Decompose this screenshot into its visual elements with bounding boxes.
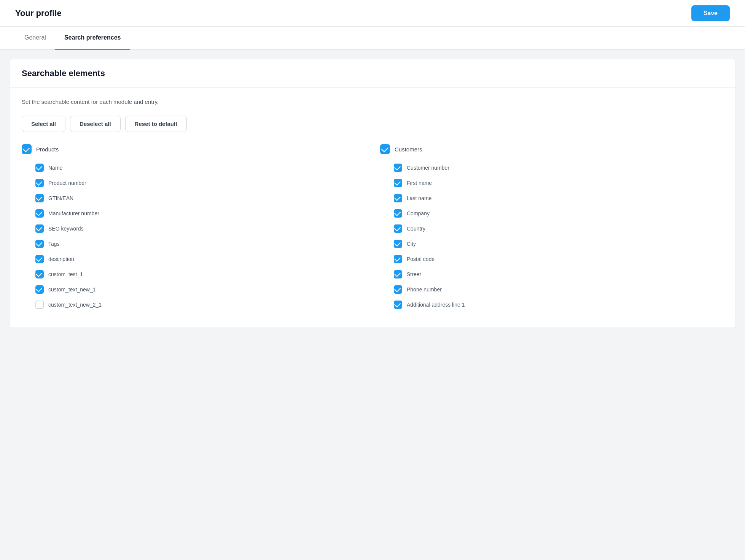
- section-label-products: Products: [36, 146, 59, 153]
- tabs-bar: General Search preferences: [0, 27, 745, 50]
- item-label-custom-test-1: custom_test_1: [48, 271, 83, 277]
- item-label-custom-text-new-2-1: custom_text_new_2_1: [48, 302, 102, 308]
- header: Your profile Save: [0, 0, 745, 27]
- item-row-country: Country: [394, 221, 723, 236]
- item-label-description: description: [48, 256, 74, 262]
- section-checkbox-customers[interactable]: [380, 144, 390, 154]
- item-checkbox-manufacturer-number[interactable]: [35, 209, 44, 218]
- item-row-custom-text-new-1: custom_text_new_1: [35, 282, 365, 297]
- item-label-tags: Tags: [48, 241, 60, 247]
- card-description: Set the searchable content for each modu…: [22, 99, 723, 105]
- save-button[interactable]: Save: [691, 5, 730, 21]
- item-label-last-name: Last name: [407, 195, 431, 201]
- item-checkbox-street[interactable]: [394, 270, 402, 278]
- item-checkbox-last-name[interactable]: [394, 194, 402, 202]
- select-all-button[interactable]: Select all: [22, 116, 65, 132]
- item-row-description: description: [35, 251, 365, 267]
- card-body: Set the searchable content for each modu…: [10, 88, 735, 328]
- item-checkbox-city[interactable]: [394, 240, 402, 248]
- item-label-company: Company: [407, 210, 430, 216]
- main-content: Searchable elements Set the searchable c…: [0, 59, 745, 343]
- item-checkbox-first-name[interactable]: [394, 179, 402, 187]
- tab-general[interactable]: General: [15, 27, 55, 50]
- item-checkbox-customer-number[interactable]: [394, 164, 402, 172]
- section-checkbox-products[interactable]: [22, 144, 32, 154]
- item-row-gtin-ean: GTIN/EAN: [35, 191, 365, 206]
- item-label-postal-code: Postal code: [407, 256, 435, 262]
- deselect-all-button[interactable]: Deselect all: [70, 116, 121, 132]
- page-title: Your profile: [15, 8, 62, 18]
- item-row-custom-text-new-2-1: custom_text_new_2_1: [35, 297, 365, 312]
- item-row-seo-keywords: SEO keywords: [35, 221, 365, 236]
- item-row-manufacturer-number: Manufacturer number: [35, 206, 365, 221]
- card-title: Searchable elements: [22, 68, 105, 78]
- item-label-manufacturer-number: Manufacturer number: [48, 210, 99, 216]
- item-label-seo-keywords: SEO keywords: [48, 226, 84, 232]
- item-checkbox-company[interactable]: [394, 209, 402, 218]
- action-buttons: Select all Deselect all Reset to default: [22, 116, 723, 132]
- item-label-first-name: First name: [407, 180, 432, 186]
- item-row-custom-test-1: custom_test_1: [35, 267, 365, 282]
- item-row-city: City: [394, 236, 723, 251]
- item-checkbox-postal-code[interactable]: [394, 255, 402, 263]
- item-checkbox-additional-address-line-1[interactable]: [394, 301, 402, 309]
- item-label-gtin-ean: GTIN/EAN: [48, 195, 73, 201]
- item-label-phone-number: Phone number: [407, 286, 442, 293]
- columns-grid: ProductsNameProduct numberGTIN/EANManufa…: [22, 144, 723, 317]
- section-label-customers: Customers: [395, 146, 422, 153]
- item-row-postal-code: Postal code: [394, 251, 723, 267]
- item-row-customer-number: Customer number: [394, 160, 723, 175]
- item-checkbox-gtin-ean[interactable]: [35, 194, 44, 202]
- card-header: Searchable elements: [10, 59, 735, 88]
- item-checkbox-phone-number[interactable]: [394, 285, 402, 294]
- items-list-customers: Customer numberFirst nameLast nameCompan…: [380, 160, 723, 312]
- item-label-street: Street: [407, 271, 421, 277]
- section-header-customers: Customers: [380, 144, 723, 154]
- item-checkbox-tags[interactable]: [35, 240, 44, 248]
- tab-search-preferences[interactable]: Search preferences: [55, 27, 130, 50]
- item-row-last-name: Last name: [394, 191, 723, 206]
- section-customers: CustomersCustomer numberFirst nameLast n…: [380, 144, 723, 312]
- item-row-additional-address-line-1: Additional address line 1: [394, 297, 723, 312]
- item-label-city: City: [407, 241, 416, 247]
- item-row-product-number: Product number: [35, 175, 365, 191]
- item-checkbox-custom-test-1[interactable]: [35, 270, 44, 278]
- reset-to-default-button[interactable]: Reset to default: [125, 116, 187, 132]
- item-label-product-number: Product number: [48, 180, 86, 186]
- section-products: ProductsNameProduct numberGTIN/EANManufa…: [22, 144, 365, 312]
- item-row-name: Name: [35, 160, 365, 175]
- item-checkbox-name[interactable]: [35, 164, 44, 172]
- item-checkbox-description[interactable]: [35, 255, 44, 263]
- item-label-custom-text-new-1: custom_text_new_1: [48, 286, 96, 293]
- item-checkbox-product-number[interactable]: [35, 179, 44, 187]
- item-row-phone-number: Phone number: [394, 282, 723, 297]
- item-label-customer-number: Customer number: [407, 165, 449, 171]
- items-list-products: NameProduct numberGTIN/EANManufacturer n…: [22, 160, 365, 312]
- item-row-tags: Tags: [35, 236, 365, 251]
- item-checkbox-custom-text-new-1[interactable]: [35, 285, 44, 294]
- item-row-company: Company: [394, 206, 723, 221]
- item-row-first-name: First name: [394, 175, 723, 191]
- item-label-country: Country: [407, 226, 425, 232]
- item-checkbox-country[interactable]: [394, 224, 402, 233]
- item-row-street: Street: [394, 267, 723, 282]
- item-label-name: Name: [48, 165, 62, 171]
- section-header-products: Products: [22, 144, 365, 154]
- item-label-additional-address-line-1: Additional address line 1: [407, 302, 465, 308]
- item-checkbox-custom-text-new-2-1[interactable]: [35, 301, 44, 309]
- item-checkbox-seo-keywords[interactable]: [35, 224, 44, 233]
- searchable-elements-card: Searchable elements Set the searchable c…: [9, 59, 736, 328]
